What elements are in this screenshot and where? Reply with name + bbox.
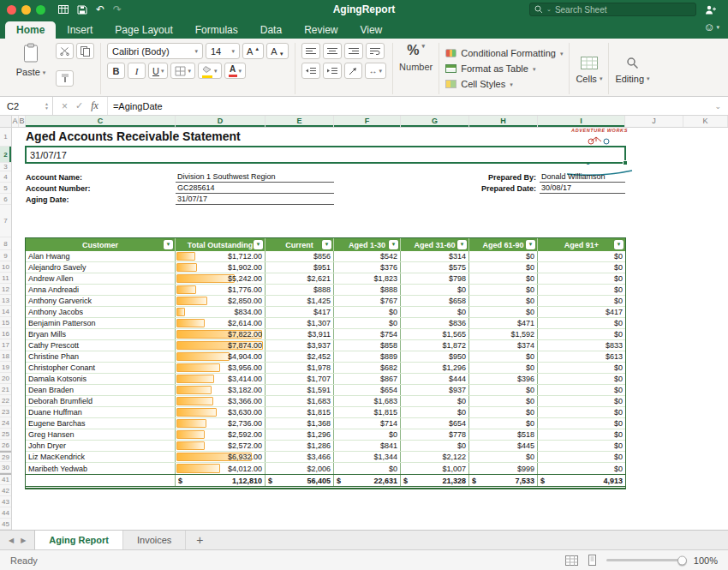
amount-cell[interactable]: $542 (334, 251, 401, 261)
amount-cell[interactable]: $0 (538, 418, 625, 429)
amount-cell[interactable]: $999 (469, 463, 538, 474)
cut-button[interactable] (56, 43, 74, 59)
row-header-12[interactable]: 12 (0, 284, 11, 295)
amount-cell[interactable]: $445 (469, 441, 538, 451)
row-header-20[interactable]: 20 (0, 373, 11, 384)
customer-cell[interactable]: Duane Huffman (26, 407, 176, 417)
amount-cell[interactable]: $575 (401, 262, 469, 273)
total-outstanding-cell[interactable]: $3,414.00 (176, 374, 266, 384)
filter-button[interactable]: ▼ (254, 240, 263, 249)
total-outstanding-cell[interactable]: $6,932.00 (176, 452, 266, 462)
customer-cell[interactable]: Anna Andreadi (26, 285, 176, 295)
amount-cell[interactable]: $1,815 (266, 407, 334, 417)
column-header-I[interactable]: I (538, 116, 625, 127)
amount-cell[interactable]: $1,683 (266, 396, 334, 406)
amount-cell[interactable]: $396 (469, 374, 538, 384)
customer-cell[interactable]: Cathy Prescott (26, 340, 176, 351)
ribbon-tab-page-layout[interactable]: Page Layout (104, 21, 183, 39)
row-header-18[interactable]: 18 (0, 351, 11, 362)
total-outstanding-cell[interactable]: $3,956.00 (176, 363, 266, 373)
amount-cell[interactable]: $0 (538, 441, 625, 451)
amount-cell[interactable]: $0 (401, 307, 469, 317)
row-header-14[interactable]: 14 (0, 306, 11, 317)
amount-cell[interactable]: $950 (401, 351, 469, 362)
customer-cell[interactable]: Alan Hwang (26, 251, 176, 261)
amount-cell[interactable]: $0 (538, 296, 625, 306)
column-header-B[interactable]: B (19, 116, 26, 127)
merge-center-button[interactable]: ↔ ▾ (365, 63, 387, 79)
row-header-16[interactable]: 16 (0, 328, 11, 339)
amount-cell[interactable]: $0 (334, 463, 401, 474)
amount-cell[interactable]: $858 (334, 340, 401, 351)
amount-cell[interactable]: $376 (334, 262, 401, 273)
total-outstanding-cell[interactable]: $1,712.00 (176, 251, 266, 261)
total-outstanding-cell[interactable]: $5,242.00 (176, 273, 266, 284)
customer-cell[interactable]: Damala Kotsonis (26, 374, 176, 384)
amount-cell[interactable]: $0 (538, 407, 625, 417)
row-header-41[interactable]: 41 (0, 473, 11, 485)
ribbon-tab-home[interactable]: Home (5, 21, 56, 39)
amount-cell[interactable]: $417 (266, 307, 334, 317)
share-person-icon[interactable] (705, 5, 717, 15)
amount-cell[interactable]: $1,707 (266, 374, 334, 384)
minimize-window-button[interactable] (21, 5, 31, 15)
sheet-tab-aging-report[interactable]: Aging Report (34, 531, 123, 549)
page-layout-view-icon[interactable] (587, 555, 598, 566)
total-outstanding-cell[interactable]: $7,822.00 (176, 329, 266, 339)
amount-cell[interactable]: $658 (401, 296, 469, 306)
customer-cell[interactable]: Anthony Garverick (26, 296, 176, 306)
row-header-43[interactable]: 43 (0, 496, 11, 507)
filter-button[interactable]: ▼ (164, 240, 173, 249)
amount-cell[interactable]: $3,911 (266, 329, 334, 339)
name-box[interactable]: C2 ▲▼ (0, 97, 53, 115)
total-outstanding-cell[interactable]: $2,736.00 (176, 418, 266, 429)
amount-cell[interactable]: $798 (401, 273, 469, 284)
amount-cell[interactable]: $714 (334, 418, 401, 429)
zoom-slider-thumb[interactable] (677, 555, 687, 565)
field-value[interactable]: 31/07/17 (176, 194, 334, 205)
amount-cell[interactable]: $1,296 (401, 363, 469, 373)
amount-cell[interactable]: $654 (334, 385, 401, 395)
filter-button[interactable]: ▼ (457, 240, 467, 249)
row-header-1[interactable]: 1 (0, 128, 11, 147)
filter-button[interactable]: ▼ (389, 240, 398, 249)
amount-cell[interactable]: $0 (538, 385, 625, 395)
sheet-nav-right-icon[interactable]: ▶ (21, 537, 26, 544)
redo-icon[interactable]: ↷ (113, 4, 122, 15)
amount-cell[interactable]: $444 (401, 374, 469, 384)
normal-view-icon[interactable] (565, 555, 578, 566)
amount-cell[interactable]: $0 (401, 441, 469, 451)
format-as-table-button[interactable]: Format as Table▾ (445, 62, 563, 75)
total-outstanding-cell[interactable]: $2,614.00 (176, 318, 266, 328)
total-outstanding-cell[interactable]: $3,630.00 (176, 407, 266, 417)
search-box[interactable]: ⌄ (529, 3, 696, 16)
amount-cell[interactable]: $754 (334, 329, 401, 339)
total-outstanding-cell[interactable]: $1,776.00 (176, 285, 266, 295)
amount-cell[interactable]: $1,286 (266, 441, 334, 451)
amount-cell[interactable]: $1,978 (266, 363, 334, 373)
row-header-11[interactable]: 11 (0, 273, 11, 284)
amount-cell[interactable]: $654 (401, 418, 469, 429)
amount-cell[interactable]: $0 (469, 418, 538, 429)
total-outstanding-cell[interactable]: $3,182.00 (176, 385, 266, 395)
customer-cell[interactable]: Anthony Jacobs (26, 307, 176, 317)
align-left-icon[interactable] (301, 43, 320, 59)
amount-cell[interactable]: $0 (538, 273, 625, 284)
row-header-42[interactable]: 42 (0, 485, 11, 496)
row-header-6[interactable]: 6 (0, 194, 11, 205)
amount-cell[interactable]: $1,592 (469, 329, 538, 339)
sheet-content[interactable]: Aged Accounts Receivable Statement ADVEN… (12, 128, 728, 530)
feedback-smiley-icon[interactable]: ☺▾ (703, 21, 719, 33)
amount-cell[interactable]: $2,122 (401, 452, 469, 462)
row-header-2[interactable]: 2 (0, 147, 11, 163)
amount-cell[interactable]: $471 (469, 318, 538, 328)
customer-cell[interactable]: Dean Braden (26, 385, 176, 395)
customer-cell[interactable]: Eugene Barchas (26, 418, 176, 429)
column-header-D[interactable]: D (176, 116, 266, 127)
amount-cell[interactable]: $937 (401, 385, 469, 395)
amount-cell[interactable]: $867 (334, 374, 401, 384)
field-value[interactable]: Donald Williamson (540, 171, 625, 183)
customer-cell[interactable]: Christopher Conant (26, 363, 176, 373)
bold-button[interactable]: B (107, 63, 125, 79)
amount-cell[interactable]: $0 (469, 396, 538, 406)
